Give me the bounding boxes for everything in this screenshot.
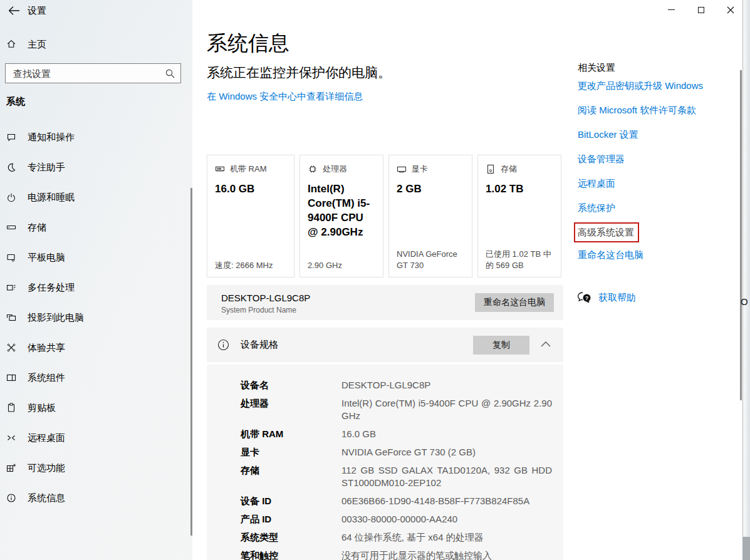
spec-row: 系统类型 64 位操作系统, 基于 x64 的处理器 — [241, 531, 563, 544]
maximize-button[interactable] — [686, 0, 716, 19]
storage-icon — [6, 222, 16, 232]
card-cpu: 处理器 Intel(R) Core(TM) i5-9400F CPU @ 2.9… — [299, 155, 383, 277]
sidebar-item-label: 专注助手 — [28, 162, 65, 174]
info-icon — [217, 339, 229, 351]
shared-experiences-icon — [6, 343, 16, 353]
spec-label: 笔和触控 — [241, 549, 341, 560]
spec-value: 16.0 GB — [341, 428, 552, 440]
device-name-bar: DESKTOP-LGL9C8P System Product Name 重命名这… — [207, 285, 563, 320]
minimize-button[interactable] — [657, 0, 686, 19]
sidebar-item-notifications[interactable]: 通知和操作 — [0, 122, 192, 152]
search-icon[interactable] — [165, 68, 175, 79]
sidebar-item-focus-assist[interactable]: 专注助手 — [0, 152, 192, 182]
link-device-manager[interactable]: 设备管理器 — [578, 153, 739, 165]
spec-value: 112 GB SSD GALAX TA1D0120A, 932 GB HDD S… — [341, 464, 552, 489]
sidebar-item-label: 可选功能 — [28, 462, 65, 474]
multitasking-icon — [6, 283, 16, 293]
rename-pc-button[interactable]: 重命名这台电脑 — [475, 293, 554, 312]
device-name: DESKTOP-LGL9C8P — [221, 293, 310, 303]
card-value: Intel(R) Core(TM) i5-9400F CPU @ 2.90GHz — [308, 182, 375, 239]
card-storage: 存储 1.02 TB 已使用 1.02 TB 中的 569 GB — [477, 155, 561, 277]
close-button[interactable] — [716, 0, 745, 19]
minimize-icon — [668, 9, 675, 10]
search-input[interactable] — [6, 64, 180, 83]
link-advanced-system-settings-highlighted[interactable]: 高级系统设置 — [574, 222, 639, 242]
copy-button[interactable]: 复制 — [473, 336, 529, 355]
sidebar-section-title: 系统 — [6, 96, 25, 108]
spec-row: 机带 RAM 16.0 GB — [241, 428, 563, 440]
chevron-up-icon[interactable] — [540, 340, 551, 348]
sidebar-home-label: 主页 — [28, 39, 46, 51]
sidebar-item-storage[interactable]: 存储 — [0, 212, 192, 242]
sidebar-item-label: 系统组件 — [28, 372, 65, 384]
gpu-icon — [397, 164, 407, 174]
card-value: 2 GB — [397, 182, 464, 196]
sidebar-item-label: 系统信息 — [28, 492, 65, 504]
device-specs-header: 设备规格 复制 — [207, 328, 563, 362]
sidebar-item-clipboard[interactable]: 剪贴板 — [0, 393, 192, 423]
clipboard-icon — [6, 403, 16, 413]
ram-icon — [215, 164, 225, 174]
link-change-product-key[interactable]: 更改产品密钥或升级 Windows — [578, 80, 739, 92]
spec-label: 产品 ID — [241, 513, 341, 526]
sidebar-item-power-sleep[interactable]: 电源和睡眠 — [0, 182, 192, 212]
spec-row: 设备 ID 06E36B66-1D90-4148-B58F-F773B824F8… — [241, 495, 563, 507]
sidebar-item-label: 平板电脑 — [28, 252, 65, 264]
remote-desktop-icon — [6, 433, 16, 443]
sidebar-item-system-components[interactable]: 系统组件 — [0, 363, 192, 393]
system-components-icon — [6, 373, 16, 383]
sidebar-item-optional-features[interactable]: 可选功能 — [0, 453, 192, 483]
sidebar-item-about[interactable]: 系统信息 — [0, 483, 192, 513]
sidebar-item-remote-desktop[interactable]: 远程桌面 — [0, 423, 192, 453]
cpu-icon — [308, 164, 318, 174]
about-icon — [6, 493, 16, 503]
get-help-row[interactable]: ? 获取帮助 — [577, 291, 636, 304]
card-footer: 速度: 2666 MHz — [215, 260, 288, 271]
search-box — [5, 63, 181, 83]
power-sleep-icon — [6, 192, 16, 202]
device-specs-title: 设备规格 — [241, 339, 278, 351]
link-bitlocker-settings[interactable]: BitLocker 设置 — [578, 128, 739, 141]
sidebar-item-shared-experiences[interactable]: 体验共享 — [0, 333, 192, 363]
disk-icon — [486, 164, 496, 174]
link-remote-desktop[interactable]: 远程桌面 — [578, 177, 739, 190]
get-help-link[interactable]: 获取帮助 — [598, 292, 636, 304]
sidebar-item-label: 投影到此电脑 — [28, 312, 84, 324]
card-label: 机带 RAM — [230, 163, 267, 175]
sidebar-item-projecting[interactable]: 投影到此电脑 — [0, 303, 192, 333]
spec-label: 设备 ID — [241, 495, 341, 507]
window-scrollbar-bottom — [742, 537, 750, 560]
spec-label: 存储 — [241, 464, 341, 489]
card-label: 显卡 — [412, 163, 428, 175]
sidebar-item-multitasking[interactable]: 多任务处理 — [0, 272, 192, 303]
optional-features-icon — [6, 463, 16, 473]
home-icon — [6, 39, 16, 49]
window-caption-buttons — [657, 0, 745, 19]
spec-row: 笔和触控 没有可用于此显示器的笔或触控输入 — [241, 549, 563, 560]
link-license-terms[interactable]: 阅读 Microsoft 软件许可条款 — [578, 104, 739, 117]
spec-label: 显卡 — [241, 446, 341, 459]
sidebar-item-home[interactable]: 主页 — [0, 35, 192, 54]
sidebar-item-label: 远程桌面 — [28, 432, 65, 444]
link-rename-this-pc[interactable]: 重命名这台电脑 — [578, 249, 739, 261]
spec-value: 64 位操作系统, 基于 x64 的处理器 — [341, 531, 552, 544]
back-button[interactable] — [6, 3, 23, 19]
card-value: 1.02 TB — [486, 182, 553, 196]
link-system-protection[interactable]: 系统保护 — [578, 202, 739, 214]
spec-row: 显卡 NVIDIA GeForce GT 730 (2 GB) — [241, 446, 563, 459]
page-title: 系统信息 — [207, 29, 289, 58]
sidebar-item-tablet[interactable]: 平板电脑 — [0, 242, 192, 272]
sidebar-nav: 通知和操作 专注助手 电源和睡眠 存储 — [0, 122, 192, 513]
card-value: 16.0 GB — [215, 182, 286, 196]
card-footer: NVIDIA GeForce GT 730 — [397, 249, 466, 271]
window-scrollbar-track[interactable] — [742, 0, 750, 560]
spec-row: 设备名 DESKTOP-LGL9C8P — [241, 379, 563, 391]
spec-value: 06E36B66-1D90-4148-B58F-F773B824F85A — [341, 495, 552, 507]
sidebar-scrollbar-thumb[interactable] — [190, 188, 192, 536]
security-center-link[interactable]: 在 Windows 安全中心中查看详细信息 — [207, 91, 363, 103]
device-specs-table: 设备名 DESKTOP-LGL9C8P 处理器 Intel(R) Core(TM… — [207, 365, 563, 560]
help-chat-icon: ? — [577, 291, 591, 304]
card-label: 存储 — [501, 163, 517, 175]
window-scrollbar-thumb[interactable] — [740, 70, 742, 400]
spec-label: 系统类型 — [241, 531, 341, 544]
